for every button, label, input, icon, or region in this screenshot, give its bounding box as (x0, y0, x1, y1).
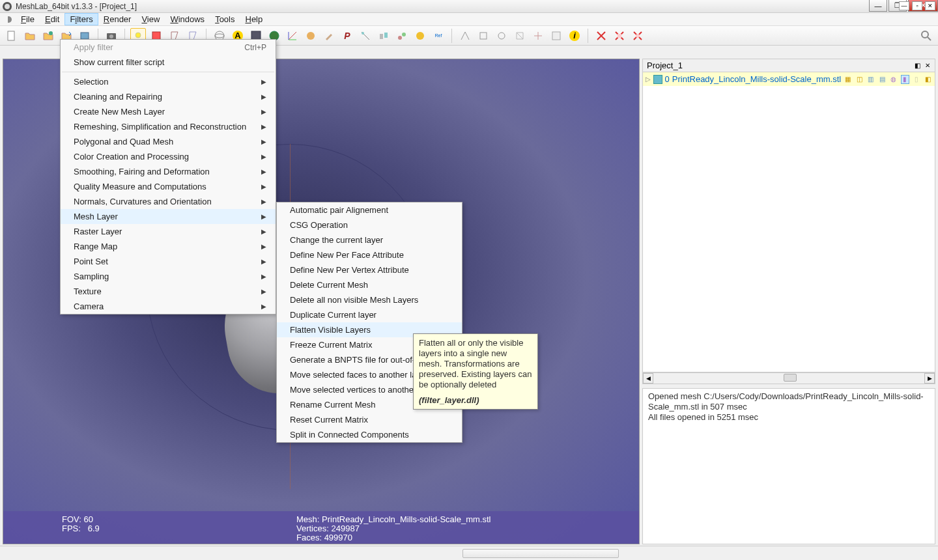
mdi-restore[interactable]: ▫ (912, 1, 922, 10)
search-icon[interactable] (918, 28, 934, 44)
filters-group-item[interactable]: Camera▶ (61, 299, 276, 314)
menu-edit[interactable]: Edit (40, 13, 64, 25)
filters-group-item[interactable]: Cleaning and Repairing▶ (61, 89, 276, 104)
filters-group-item[interactable]: Texture▶ (61, 284, 276, 299)
align-icon[interactable] (376, 28, 391, 44)
filters-group-item[interactable]: Mesh Layer▶ (61, 209, 276, 224)
filters-group-item[interactable]: Create New Mesh Layer▶ (61, 104, 276, 119)
submenu-item[interactable]: Duplicate Current layer (277, 307, 462, 322)
submenu-item[interactable]: Define New Per Face Attribute (277, 247, 462, 262)
toolb-6-icon[interactable] (548, 28, 564, 44)
svg-rect-2 (8, 31, 14, 40)
menu-filters[interactable]: Filters (64, 13, 98, 25)
statusbar (0, 546, 938, 560)
panel-title: Project_1 (647, 61, 683, 70)
expand-icon[interactable]: ▷ (646, 76, 651, 83)
badge-1-icon[interactable]: ▦ (844, 75, 852, 84)
submenu-item[interactable]: Delete all non visible Mesh Layers (277, 292, 462, 307)
faces-label: Faces: (296, 533, 322, 542)
filters-group-item[interactable]: Color Creation and Processing▶ (61, 149, 276, 164)
brush-icon[interactable] (321, 28, 337, 44)
axis-icon[interactable] (285, 28, 300, 44)
mesh-name: PrintReady_Lincoln_Mills-solid-Scale_mm.… (322, 514, 490, 524)
menu-help[interactable]: Help (240, 13, 268, 25)
submenu-item[interactable]: Change the current layer (277, 232, 462, 247)
submenu-item[interactable]: Reset Current Matrix (277, 412, 462, 427)
filters-group-item[interactable]: Sampling▶ (61, 269, 276, 284)
vertices-label: Vertices: (296, 524, 329, 533)
toolb-3-icon[interactable] (494, 28, 509, 44)
colorize-icon[interactable] (412, 28, 428, 44)
layer-panel-header[interactable]: Project_1 ◧ ✕ (642, 59, 935, 72)
badge-4-icon[interactable]: ▤ (878, 75, 887, 84)
filters-group-item[interactable]: Smoothing, Fairing and Deformation▶ (61, 164, 276, 179)
badge-2-icon[interactable]: ◫ (855, 75, 864, 84)
filters-group-item[interactable]: Polygonal and Quad Mesh▶ (61, 134, 276, 149)
submenu-item[interactable]: Define New Per Vertex Attribute (277, 262, 462, 277)
menu-view[interactable]: View (136, 13, 165, 25)
badge-8-icon[interactable]: ◧ (924, 75, 932, 84)
tooltip-dll: (filter_layer.dll) (419, 395, 532, 405)
mesh-label: Mesh: (296, 514, 319, 524)
badge-6-icon[interactable]: ▮ (901, 75, 910, 84)
viewport-status-bar: FOV: 60 FPS: 6.9 Mesh: PrintReady_Lincol… (3, 511, 639, 544)
filters-group-item[interactable]: Raster Layer▶ (61, 224, 276, 239)
svg-line-15 (289, 32, 296, 40)
minimize-button[interactable]: — (869, 0, 887, 12)
svg-point-3 (49, 31, 53, 35)
filters-group-item[interactable]: Normals, Curvatures and Orientation▶ (61, 194, 276, 209)
log-line-1: Opened mesh C:/Users/Cody/Downloads/Prin… (648, 391, 924, 412)
submenu-item[interactable]: CSG Operation (277, 217, 462, 232)
toolb-4-icon[interactable] (512, 28, 528, 44)
delete-face-icon[interactable] (612, 28, 627, 44)
measure-icon[interactable] (358, 28, 373, 44)
badge-7-icon[interactable]: ▯ (912, 75, 920, 84)
filters-group-item[interactable]: Remeshing, Simplification and Reconstruc… (61, 119, 276, 134)
submenu-item[interactable]: Automatic pair Alignement (277, 203, 462, 217)
mdi-close[interactable]: ✕ (925, 1, 935, 10)
submenu-item[interactable]: Split in Connected Components (277, 427, 462, 442)
menu-render[interactable]: Render (98, 13, 137, 25)
submenu-item[interactable]: Delete Current Mesh (277, 277, 462, 292)
toolb-1-icon[interactable] (457, 28, 473, 44)
delete-mesh-icon[interactable] (630, 28, 646, 44)
open-project-icon[interactable] (22, 28, 38, 44)
menu-tools[interactable]: Tools (210, 13, 240, 25)
info-icon[interactable]: i (567, 28, 582, 44)
mdi-minimize[interactable]: — (899, 1, 909, 10)
layer-row[interactable]: ▷ 0 PrintReady_Lincoln_Mills-solid-Scale… (643, 72, 935, 86)
scroll-left-icon[interactable]: ◀ (643, 373, 653, 384)
svg-rect-21 (384, 33, 388, 38)
svg-point-6 (109, 35, 113, 38)
badge-5-icon[interactable]: ◍ (889, 75, 898, 84)
reference-icon[interactable]: Ref (431, 28, 446, 44)
svg-point-0 (5, 4, 10, 9)
svg-text:i: i (573, 31, 576, 40)
layer-list[interactable]: ▷ 0 PrintReady_Lincoln_Mills-solid-Scale… (642, 72, 935, 372)
badge-3-icon[interactable]: ▥ (866, 75, 875, 84)
svg-point-19 (362, 32, 364, 35)
menu-file[interactable]: File (16, 13, 40, 25)
toolb-2-icon[interactable] (476, 28, 491, 44)
filters-group-item[interactable]: Point Set▶ (61, 254, 276, 269)
filters-group-item[interactable]: Selection▶ (61, 74, 276, 89)
svg-rect-30 (618, 34, 621, 38)
scroll-thumb[interactable] (784, 374, 797, 382)
menu-windows[interactable]: Windows (165, 13, 210, 25)
menu-show-script[interactable]: Show current filter script (61, 55, 276, 70)
scroll-right-icon[interactable]: ▶ (924, 373, 935, 384)
toolb-5-icon[interactable] (530, 28, 546, 44)
svg-rect-4 (81, 33, 89, 39)
pp-icon[interactable]: P (339, 28, 355, 44)
panel-close-icon[interactable]: ✕ (923, 61, 932, 70)
delete-vert-icon[interactable] (593, 28, 609, 44)
paint-icon[interactable] (303, 28, 319, 44)
decorate-icon[interactable] (394, 28, 410, 44)
reload-icon[interactable] (40, 28, 56, 44)
layer-hscrollbar[interactable]: ◀ ▶ (642, 372, 935, 384)
new-project-icon[interactable] (4, 28, 20, 44)
panel-float-icon[interactable]: ◧ (913, 61, 922, 70)
log-panel[interactable]: Opened mesh C:/Users/Cody/Downloads/Prin… (642, 388, 935, 544)
filters-group-item[interactable]: Quality Measure and Computations▶ (61, 179, 276, 194)
filters-group-item[interactable]: Range Map▶ (61, 239, 276, 254)
